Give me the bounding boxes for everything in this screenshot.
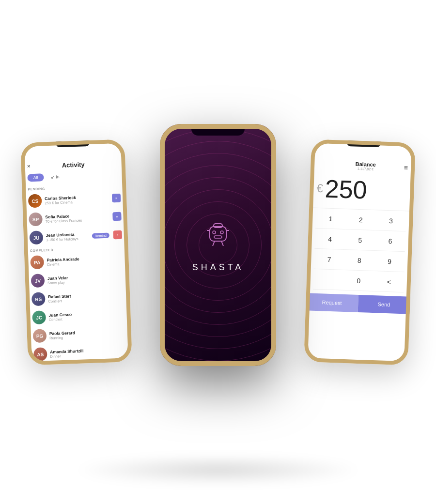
list-item[interactable]: AS Amanda Shurtzill Dinner [28,342,132,364]
svg-rect-0 [210,227,226,241]
balance-title-area: Balance 1.117,82 € [327,160,404,172]
activity-screen: × Activity All ↙ In PENDING CS Carlos Sh… [20,139,132,365]
avatar: SP [29,212,43,226]
item-info: Juan Velar Socer play [47,273,124,285]
numpad-key-7[interactable]: 7 [314,248,345,270]
menu-icon[interactable]: ≡ [404,163,408,171]
item-badge: ≡ [112,193,121,202]
item-info: Sofia Palace 70 € for Class Frances [45,212,110,224]
amount-value: 250 [325,176,368,202]
item-info: Rafael Start Conciert [48,291,125,303]
splash-screen: SHASTA [160,124,276,366]
remind-button[interactable]: Remind [92,232,109,238]
item-info: Patricia Andrade Cinema [47,255,123,266]
app-logo [201,217,235,253]
item-info: Amanda Shurtzill Dinner [50,347,126,358]
balance-header: Balance 1.117,82 € ≡ [311,146,416,174]
item-info: Jean Urdaneta 1.150 € for Holidays [46,231,89,242]
svg-point-3 [220,231,223,234]
avatar: RS [31,292,46,306]
avatar: JV [31,274,45,288]
numpad-key-9[interactable]: 9 [374,251,405,272]
avatar: AS [33,347,47,361]
avatar: PG [33,329,47,343]
splash-app-name: SHASTA [192,262,244,273]
balance-amount: € 250 [316,175,408,203]
request-button[interactable]: Request [306,293,358,312]
activity-title: Activity [62,161,84,169]
close-icon[interactable]: × [27,163,30,169]
scene-shadow [73,456,363,485]
svg-rect-4 [214,236,222,238]
tab-all[interactable]: All [27,173,44,182]
scene: × Activity All ↙ In PENDING CS Carlos Sh… [0,34,436,470]
numpad-key-empty [313,269,344,290]
avatar: CS [28,194,42,208]
tab-in[interactable]: ↙ In [47,172,63,181]
currency-symbol: € [316,181,323,195]
svg-point-2 [213,231,216,234]
avatar: PA [30,255,44,269]
numpad-key-1[interactable]: 1 [315,208,346,229]
numpad-key-0[interactable]: 0 [343,270,374,291]
numpad-key-3[interactable]: 3 [375,210,406,231]
numpad-key-5[interactable]: 5 [344,229,375,250]
numpad-key-8[interactable]: 8 [344,249,375,271]
action-buttons: Request Send [306,293,410,314]
item-info: Juan Cesco Conciert [48,310,125,321]
phone-right: Balance 1.117,82 € ≡ € 250 1 2 3 4 5 6 7 [304,139,416,365]
item-info: Paola Gerard Running [49,328,126,340]
numpad-key-6[interactable]: 6 [375,230,406,252]
item-info: Carlos Sherlock 250 € for Cinema [45,194,109,205]
avatar: JC [32,310,46,324]
numpad-key-4[interactable]: 4 [314,228,345,249]
send-button[interactable]: Send [358,294,410,314]
phone-left: × Activity All ↙ In PENDING CS Carlos Sh… [20,139,132,365]
avatar: JU [29,230,43,244]
balance-amount-area: € 250 [309,170,415,211]
numpad-key-2[interactable]: 2 [345,209,376,230]
svg-line-8 [221,241,223,246]
numpad: 1 2 3 4 5 6 7 8 9 0 < [306,208,413,292]
balance-screen: Balance 1.117,82 € ≡ € 250 1 2 3 4 5 6 7 [304,139,416,365]
activity-header: × Activity [21,146,126,174]
svg-line-7 [213,241,215,246]
phone-center: SHASTA [160,124,276,366]
item-badge: ! [113,230,122,239]
numpad-key-back[interactable]: < [374,271,405,292]
item-badge: ≡ [112,212,122,221]
